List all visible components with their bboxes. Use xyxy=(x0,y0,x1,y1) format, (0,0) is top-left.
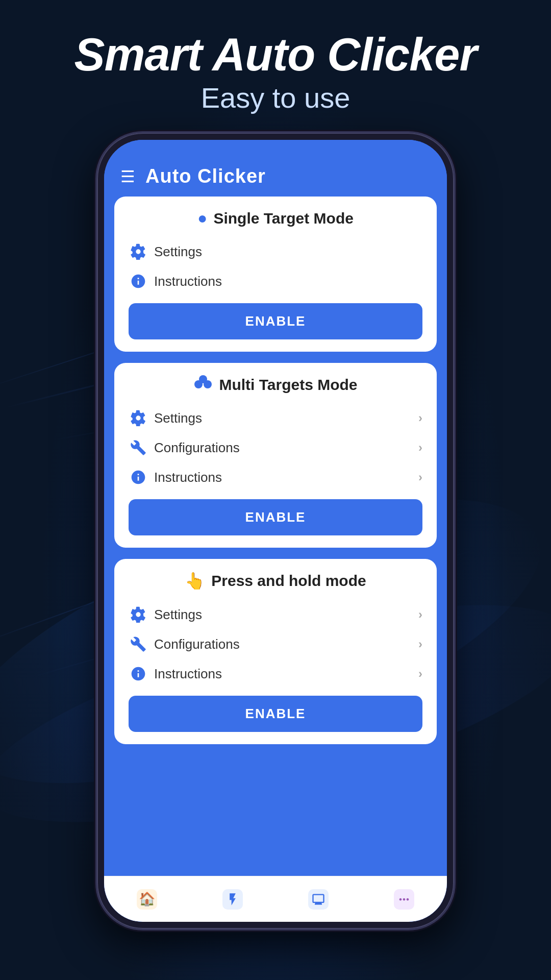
screen-nav-icon xyxy=(308,889,329,910)
nav-home[interactable]: 🏠 xyxy=(137,889,157,910)
app-hero-subtitle: Easy to use xyxy=(0,81,551,114)
hold-settings-row[interactable]: Settings › xyxy=(129,600,422,629)
hold-config-label: Configurations xyxy=(154,636,418,652)
nav-screen[interactable] xyxy=(308,889,329,910)
press-hold-header: 👆 Press and hold mode xyxy=(129,571,422,591)
status-bar xyxy=(104,140,447,160)
info-icon-multi xyxy=(129,468,148,487)
hold-config-row[interactable]: Configurations › xyxy=(129,629,422,659)
multi-settings-chevron: › xyxy=(418,411,422,425)
nav-more[interactable] xyxy=(394,889,414,910)
hero-section: Smart Auto Clicker Easy to use xyxy=(0,31,551,114)
press-hold-title: Press and hold mode xyxy=(211,572,366,590)
info-icon-hold xyxy=(129,664,148,683)
multi-target-icon xyxy=(193,375,213,394)
multi-config-row[interactable]: Configurations › xyxy=(129,433,422,462)
bottom-navigation: 🏠 xyxy=(104,876,447,922)
single-enable-button[interactable]: ENABLE xyxy=(129,303,422,339)
hold-enable-button[interactable]: ENABLE xyxy=(129,696,422,732)
multi-settings-row[interactable]: Settings › xyxy=(129,403,422,433)
press-hold-card: 👆 Press and hold mode Settings › xyxy=(114,559,437,744)
multi-instructions-label: Instructions xyxy=(154,470,418,485)
gear-icon-multi xyxy=(129,408,148,428)
auto-nav-icon xyxy=(222,889,243,910)
single-settings-label: Settings xyxy=(154,244,422,260)
app-hero-title: Smart Auto Clicker xyxy=(0,31,551,79)
single-instructions-row[interactable]: Instructions xyxy=(129,266,422,296)
multi-config-label: Configurations xyxy=(154,440,418,456)
multi-target-header: Multi Targets Mode xyxy=(129,375,422,394)
phone-frame: ☰ Auto Clicker ● Single Target Mode xyxy=(97,133,454,929)
single-target-card: ● Single Target Mode Settings xyxy=(114,197,437,352)
single-target-title: Single Target Mode xyxy=(213,210,353,227)
multi-target-card: Multi Targets Mode Settings › xyxy=(114,363,437,548)
multi-target-title: Multi Targets Mode xyxy=(219,376,357,394)
multi-enable-button[interactable]: ENABLE xyxy=(129,499,422,535)
hold-instructions-chevron: › xyxy=(418,667,422,681)
nav-auto[interactable] xyxy=(222,889,243,910)
tool-icon-multi xyxy=(129,438,148,457)
press-hold-icon: 👆 xyxy=(185,571,205,591)
gear-icon-hold xyxy=(129,605,148,624)
app-header-title: Auto Clicker xyxy=(145,165,266,187)
gear-icon xyxy=(129,242,148,261)
single-target-icon: ● xyxy=(197,209,207,228)
home-nav-icon: 🏠 xyxy=(137,889,157,910)
hold-instructions-row[interactable]: Instructions › xyxy=(129,659,422,689)
hold-settings-label: Settings xyxy=(154,607,418,623)
multi-config-chevron: › xyxy=(418,440,422,455)
hold-config-chevron: › xyxy=(418,637,422,651)
hold-settings-chevron: › xyxy=(418,607,422,622)
hold-instructions-label: Instructions xyxy=(154,666,418,682)
multi-settings-label: Settings xyxy=(154,410,418,426)
phone-screen: ☰ Auto Clicker ● Single Target Mode xyxy=(104,140,447,922)
info-icon xyxy=(129,272,148,291)
svg-point-2 xyxy=(199,375,207,383)
single-settings-row[interactable]: Settings xyxy=(129,237,422,266)
single-target-header: ● Single Target Mode xyxy=(129,209,422,228)
single-instructions-label: Instructions xyxy=(154,274,422,289)
multi-instructions-chevron: › xyxy=(418,470,422,484)
tool-icon-hold xyxy=(129,634,148,654)
phone-mockup: ☰ Auto Clicker ● Single Target Mode xyxy=(97,133,454,929)
app-header: ☰ Auto Clicker xyxy=(104,160,447,197)
more-nav-icon xyxy=(394,889,414,910)
multi-instructions-row[interactable]: Instructions › xyxy=(129,462,422,492)
menu-button[interactable]: ☰ xyxy=(120,168,135,185)
scroll-content[interactable]: ● Single Target Mode Settings xyxy=(104,197,447,922)
